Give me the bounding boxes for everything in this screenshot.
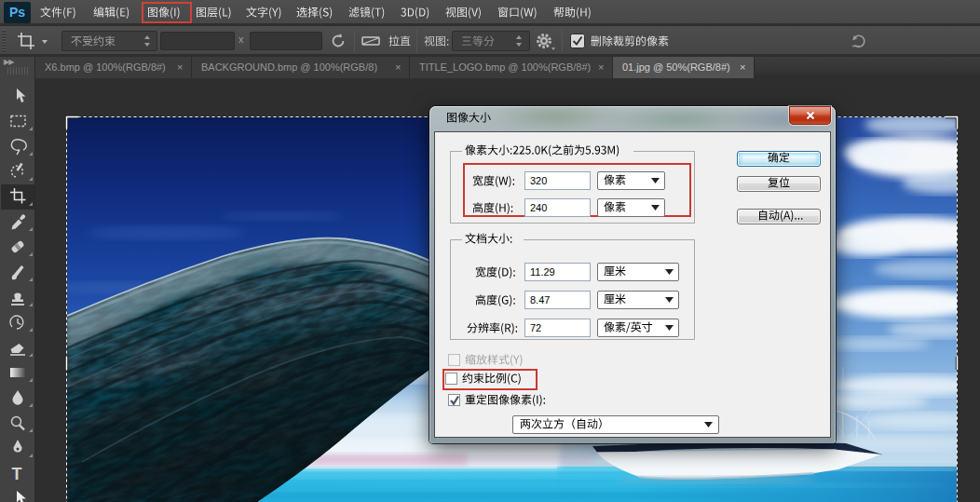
- svg-text:T: T: [12, 465, 22, 483]
